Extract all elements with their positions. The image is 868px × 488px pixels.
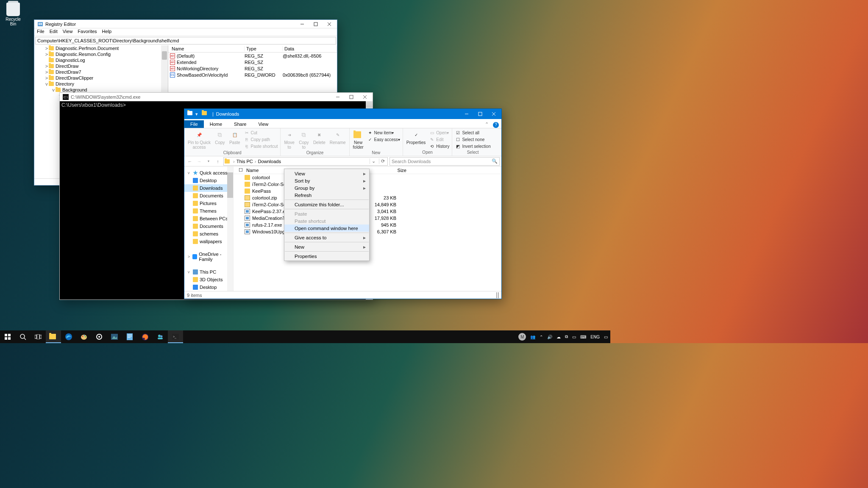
menu-file[interactable]: File — [37, 29, 45, 35]
ribbon-collapse-button[interactable]: ⌃ — [483, 121, 490, 128]
close-button[interactable] — [323, 20, 336, 28]
tree-item[interactable]: >DirectDraw7 — [34, 69, 168, 75]
select-all-checkbox[interactable]: ☐ — [237, 167, 245, 173]
help-button[interactable]: ? — [493, 122, 499, 128]
paste-shortcut-button[interactable]: ⎗Paste shortcut — [243, 143, 279, 150]
start-button[interactable] — [0, 330, 15, 343]
taskbar-photos[interactable] — [107, 330, 122, 343]
context-menu-item[interactable]: View▸ — [284, 170, 369, 177]
maximize-button[interactable] — [309, 20, 323, 28]
context-menu-item[interactable]: Properties — [284, 252, 369, 260]
regedit-address-bar[interactable]: Computer\HKEY_CLASSES_ROOT\Directory\Bac… — [35, 37, 336, 44]
context-menu-item[interactable]: Group by▸ — [284, 184, 369, 191]
cmd-titlebar[interactable]: C:\ C:\WINDOWS\system32\cmd.exe — [60, 93, 373, 101]
tree-item[interactable]: >Diagnostic.Resmon.Config — [34, 51, 168, 57]
taskbar-firefox[interactable] — [137, 330, 153, 343]
rename-button[interactable]: ✎Rename — [328, 129, 348, 146]
navpane-item[interactable]: 3D Objects — [184, 276, 233, 283]
crumb-this-pc[interactable]: This PC — [236, 159, 253, 164]
context-menu-item[interactable]: Give access to▸ — [284, 234, 369, 241]
taskbar-settings[interactable] — [92, 330, 107, 343]
tab-home[interactable]: Home — [204, 120, 228, 128]
tree-item[interactable]: >Diagnostic.Perfmon.Document — [34, 45, 168, 51]
close-button[interactable] — [358, 93, 372, 101]
select-none-button[interactable]: ☐Select none — [454, 136, 491, 143]
context-menu-item[interactable]: Customize this folder... — [284, 201, 369, 208]
context-menu-item[interactable]: Open command window here — [284, 225, 369, 232]
easy-access-button[interactable]: ✓Easy access ▾ — [366, 136, 401, 143]
menu-favorites[interactable]: Favorites — [78, 29, 97, 35]
col-type[interactable]: Type — [245, 46, 283, 51]
taskbar-notepad[interactable] — [122, 330, 137, 343]
refresh-button[interactable]: ⟳ — [379, 158, 387, 164]
col-data[interactable]: Data — [283, 46, 337, 51]
tab-view[interactable]: View — [252, 120, 274, 128]
volume-icon[interactable]: 🔊 — [547, 335, 552, 339]
crumb-downloads[interactable]: Downloads — [258, 159, 281, 164]
pin-quick-access-button[interactable]: 📌Pin to Quick access — [186, 129, 212, 150]
navpane-item[interactable]: Desktop — [184, 283, 233, 291]
navpane-item[interactable]: vQuick access — [184, 169, 233, 177]
value-row[interactable]: abExtendedREG_SZ — [168, 59, 337, 65]
nav-recent-button[interactable]: ▾ — [205, 159, 212, 163]
tab-file[interactable]: File — [184, 120, 204, 128]
minimize-button[interactable] — [460, 109, 473, 119]
context-menu-item[interactable]: Sort by▸ — [284, 177, 369, 184]
edit-button[interactable]: ✎Edit — [428, 136, 450, 143]
history-button[interactable]: ⟲History — [428, 143, 450, 150]
action-center-icon[interactable]: ▭ — [604, 335, 608, 339]
navpane-item[interactable]: Documents — [184, 222, 233, 230]
col-name[interactable]: Name — [170, 46, 245, 51]
battery-icon[interactable]: ▭ — [572, 335, 576, 339]
properties-button[interactable]: ✓Properties — [405, 129, 428, 146]
regedit-titlebar[interactable]: Registry Editor — [34, 20, 337, 28]
navpane-item[interactable]: Downloads📌 — [184, 184, 233, 192]
search-input[interactable]: Search Downloads 🔍 — [389, 157, 500, 166]
tree-item[interactable]: >DirectDraw — [34, 63, 168, 69]
open-button[interactable]: ▭Open ▾ — [428, 129, 450, 136]
copy-path-button[interactable]: ⎘Copy path — [243, 136, 279, 143]
close-button[interactable] — [487, 109, 501, 119]
taskbar-edge[interactable] — [61, 330, 76, 343]
recycle-bin[interactable]: Recycle Bin — [3, 3, 24, 26]
tree-item[interactable]: >DirectDrawClipper — [34, 75, 168, 81]
tab-share[interactable]: Share — [228, 120, 252, 128]
cut-button[interactable]: ✂Cut — [243, 129, 279, 136]
value-row[interactable]: 01ShowBasedOnVelocityIdREG_DWORD0x00639b… — [168, 72, 337, 78]
navpane-item[interactable]: wallpapers — [184, 238, 233, 245]
user-avatar[interactable]: M — [518, 333, 526, 341]
new-item-button[interactable]: ✦New item ▾ — [366, 129, 401, 136]
tree-scrollbar[interactable] — [161, 45, 168, 92]
tree-item[interactable]: vDirectory — [34, 81, 168, 87]
new-folder-button[interactable]: New folder — [351, 129, 365, 150]
value-row[interactable]: abNoWorkingDirectoryREG_SZ — [168, 65, 337, 72]
people-icon[interactable]: 👥 — [530, 335, 535, 339]
minimize-button[interactable] — [331, 93, 345, 101]
address-bar[interactable]: › This PC › Downloads ⌄ ⟳ — [223, 157, 388, 166]
select-all-button[interactable]: ☑Select all — [454, 129, 491, 136]
nav-back-button[interactable]: ← — [186, 159, 194, 164]
navpane-item[interactable]: Pictures📌 — [184, 200, 233, 207]
nav-up-button[interactable]: ↑ — [214, 159, 222, 164]
taskbar-people[interactable] — [153, 330, 168, 343]
context-menu-item[interactable]: Refresh — [284, 191, 369, 199]
menu-edit[interactable]: Edit — [50, 29, 58, 35]
col-size-label[interactable]: Size — [383, 168, 408, 173]
navpane-item[interactable]: >OneDrive - Family — [184, 253, 233, 261]
tray-expand-icon[interactable]: ⌃ — [540, 335, 543, 339]
nav-pane[interactable]: vQuick accessDesktop📌Downloads📌Documents… — [184, 166, 234, 291]
navpane-item[interactable]: Between PCs — [184, 215, 233, 222]
task-view-button[interactable] — [31, 330, 46, 343]
navpane-item[interactable]: schemes — [184, 230, 233, 238]
tree-item[interactable]: vBackground — [34, 87, 168, 93]
explorer-titlebar[interactable]: ▾ | Downloads — [184, 109, 501, 119]
navpane-item[interactable]: vThis PC — [184, 268, 233, 276]
delete-button[interactable]: ✖Delete — [312, 129, 327, 146]
value-row[interactable]: ab(Default)REG_SZ@shell32.dll,-8506 — [168, 53, 337, 59]
nav-forward-button[interactable]: → — [195, 159, 203, 164]
menu-view[interactable]: View — [63, 29, 73, 35]
invert-selection-button[interactable]: ◩Invert selection — [454, 143, 491, 150]
navpane-item[interactable]: Desktop📌 — [184, 177, 233, 184]
move-to-button[interactable]: ➜Move to — [282, 129, 296, 150]
minimize-button[interactable] — [295, 20, 309, 28]
